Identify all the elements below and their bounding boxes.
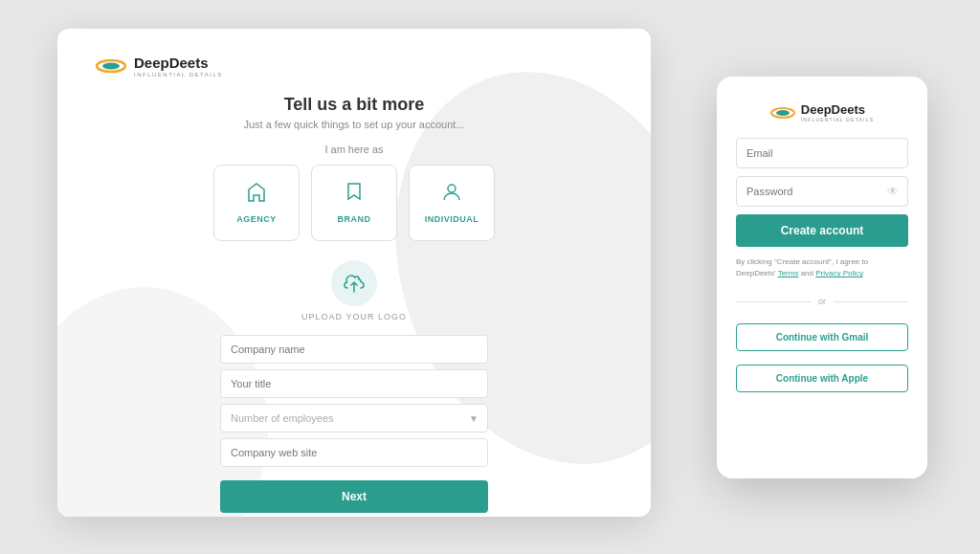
role-card-agency[interactable]: AGENCY [213, 165, 300, 241]
brand-label: BRAND [338, 214, 371, 224]
desktop-logo: DeepDeets INFLUENTIAL DETAILS [96, 55, 612, 78]
desktop-mockup: DeepDeets INFLUENTIAL DETAILS Tell us a … [57, 29, 651, 517]
divider-line-left [736, 301, 811, 302]
role-card-individual[interactable]: INDIVIDUAL [409, 165, 495, 241]
role-label: I am here as [96, 144, 612, 155]
upload-area: UPLOAD YOUR LOGO [96, 260, 612, 321]
mobile-logo: DeepDeets INFLUENTIAL DETAILS [770, 103, 874, 122]
password-input[interactable] [736, 176, 908, 207]
deepdeets-logo-icon [96, 55, 126, 77]
divider-line-right [834, 301, 908, 302]
eye-icon: 👁 [887, 185, 899, 198]
logo-tagline: INFLUENTIAL DETAILS [134, 72, 223, 78]
upload-icon [344, 273, 365, 294]
password-wrapper: 👁 [736, 176, 908, 207]
svg-point-2 [448, 185, 456, 192]
role-cards: AGENCY BRAND [96, 165, 612, 241]
brand-icon [344, 181, 365, 207]
page-heading: Tell us a bit more Just a few quick thin… [96, 95, 612, 130]
title-input[interactable] [220, 369, 488, 398]
email-input[interactable] [736, 138, 908, 168]
scene: DeepDeets INFLUENTIAL DETAILS Tell us a … [0, 0, 980, 554]
employees-select[interactable]: Number of employees 1-10 11-50 51-200 20… [220, 404, 488, 432]
role-card-brand[interactable]: BRAND [311, 165, 397, 241]
page-subtitle: Just a few quick things to set up your a… [96, 119, 612, 130]
privacy-link[interactable]: Privacy Policy [815, 269, 862, 277]
terms-text: By clicking "Create account", I agree to… [736, 256, 908, 279]
company-name-input[interactable] [220, 335, 488, 364]
agency-label: AGENCY [236, 214, 277, 224]
upload-label: UPLOAD YOUR LOGO [301, 312, 407, 321]
form-fields: Number of employees 1-10 11-50 51-200 20… [220, 335, 488, 467]
svg-point-1 [102, 63, 120, 70]
page-title: Tell us a bit more [96, 95, 612, 115]
terms-link[interactable]: Terms [778, 269, 799, 277]
website-input[interactable] [220, 438, 488, 467]
next-button[interactable]: Next [220, 480, 488, 513]
mobile-mockup: DeepDeets INFLUENTIAL DETAILS 👁 Create a… [717, 77, 927, 478]
mobile-deepdeets-logo-icon [770, 104, 795, 122]
terms-and: and [801, 269, 813, 277]
divider-row: or [736, 297, 908, 306]
individual-label: INDIVIDUAL [425, 214, 479, 224]
logo-name: DeepDeets [134, 55, 223, 72]
mobile-logo-tagline: INFLUENTIAL DETAILS [801, 117, 874, 122]
individual-icon [441, 181, 462, 207]
svg-point-4 [776, 110, 790, 116]
divider-text: or [818, 297, 826, 306]
mobile-logo-name: DeepDeets [801, 103, 874, 117]
apple-button[interactable]: Continue with Apple [736, 365, 908, 392]
employees-select-wrapper: Number of employees 1-10 11-50 51-200 20… [220, 404, 488, 432]
agency-icon [246, 181, 267, 207]
create-account-button[interactable]: Create account [736, 214, 908, 247]
upload-button[interactable] [331, 260, 377, 306]
mobile-form: 👁 Create account By clicking "Create acc… [736, 138, 908, 398]
gmail-button[interactable]: Continue with Gmail [736, 323, 908, 351]
